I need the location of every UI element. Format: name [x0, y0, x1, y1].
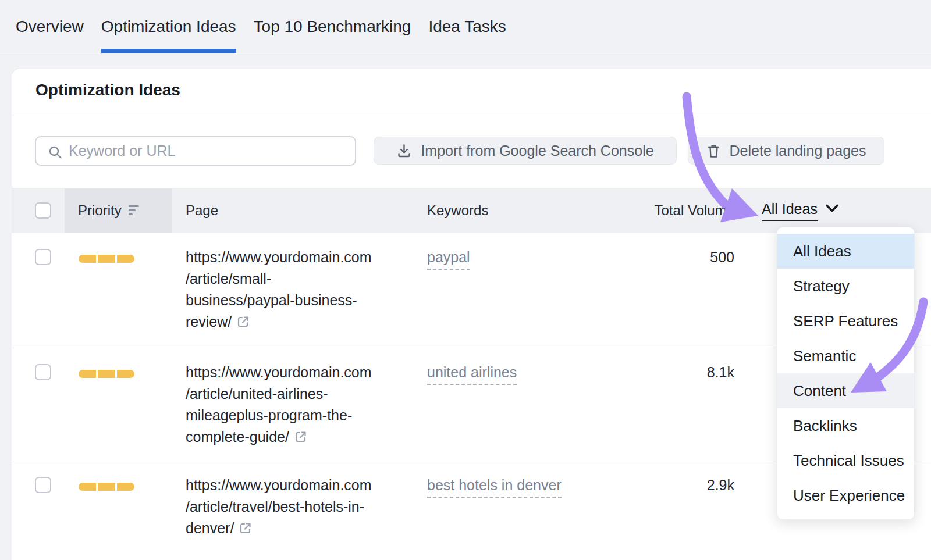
row-checkbox[interactable] [35, 249, 51, 265]
header-priority[interactable]: Priority [78, 202, 139, 219]
total-volume-value: 2.9k [707, 477, 734, 494]
url-line: review/ [186, 311, 418, 333]
header-keywords: Keywords [427, 202, 488, 219]
select-all-checkbox[interactable] [35, 202, 51, 219]
header-priority-label: Priority [78, 202, 122, 218]
delete-button-label: Delete landing pages [730, 142, 866, 159]
search-icon [48, 145, 63, 160]
dropdown-item-backlinks[interactable]: Backlinks [777, 408, 914, 443]
tab-top-10-benchmarking[interactable]: Top 10 Benchmarking [254, 0, 411, 53]
dropdown-item-strategy[interactable]: Strategy [777, 269, 914, 304]
header-total-volume: Total Volume [655, 202, 734, 219]
url-line: https://www.yourdomain.com [186, 362, 418, 383]
row-checkbox[interactable] [35, 477, 51, 493]
external-link-icon[interactable] [294, 430, 308, 444]
dropdown-item-user-experience[interactable]: User Experience [777, 478, 914, 513]
total-volume-value: 500 [710, 249, 734, 266]
keyword-link[interactable]: united airlines [427, 364, 517, 385]
search-input[interactable] [69, 138, 349, 163]
dropdown-item-technical-issues[interactable]: Technical Issues [777, 443, 914, 478]
sort-descending-icon [129, 205, 139, 217]
external-link-icon[interactable] [236, 315, 250, 329]
tab-overview[interactable]: Overview [16, 0, 84, 53]
search-box [35, 136, 356, 166]
dropdown-item-content[interactable]: Content [777, 373, 914, 408]
tab-optimization-ideas[interactable]: Optimization Ideas [101, 0, 236, 53]
chevron-down-icon [825, 204, 839, 213]
page-url: https://www.yourdomain.com /article/trav… [186, 475, 418, 539]
url-line: mileageplus-program-the- [186, 405, 418, 426]
tab-idea-tasks[interactable]: Idea Tasks [428, 0, 506, 53]
keyword-link[interactable]: best hotels in denver [427, 477, 562, 498]
card-divider [12, 115, 931, 115]
delete-landing-pages-button[interactable]: Delete landing pages [688, 137, 884, 165]
page-url: https://www.yourdomain.com /article/smal… [186, 247, 418, 333]
dropdown-item-all-ideas[interactable]: All Ideas [777, 234, 914, 269]
keyword-link[interactable]: paypal [427, 249, 470, 270]
url-line: denver/ [186, 518, 418, 539]
header-page: Page [186, 202, 218, 219]
priority-indicator [79, 370, 134, 378]
url-line: https://www.yourdomain.com [186, 247, 418, 268]
page-title: Optimization Ideas [35, 81, 180, 99]
url-line: /article/small- [186, 268, 418, 290]
priority-indicator [79, 255, 134, 263]
priority-indicator [79, 483, 134, 491]
ideas-filter-label: All Ideas [762, 201, 818, 221]
url-line: business/paypal-business- [186, 290, 418, 311]
trash-icon [706, 143, 721, 159]
import-button-label: Import from Google Search Console [421, 142, 653, 159]
dropdown-item-serp-features[interactable]: SERP Features [777, 304, 914, 338]
ideas-filter-dropdown-trigger[interactable]: All Ideas [762, 201, 839, 217]
row-checkbox[interactable] [35, 364, 51, 380]
dropdown-item-semantic[interactable]: Semantic [777, 338, 914, 373]
ideas-filter-dropdown-menu: All Ideas Strategy SERP Features Semanti… [777, 227, 915, 520]
url-line: /article/travel/best-hotels-in- [186, 496, 418, 518]
url-line: /article/united-airlines- [186, 383, 418, 405]
page-url: https://www.yourdomain.com /article/unit… [186, 362, 418, 448]
url-line: https://www.yourdomain.com [186, 475, 418, 496]
total-volume-value: 8.1k [707, 364, 734, 381]
url-line: complete-guide/ [186, 426, 418, 448]
external-link-icon[interactable] [239, 521, 253, 535]
import-from-gsc-button[interactable]: Import from Google Search Console [374, 137, 677, 165]
top-tab-bar: Overview Optimization Ideas Top 10 Bench… [0, 0, 931, 53]
download-icon [396, 143, 412, 159]
